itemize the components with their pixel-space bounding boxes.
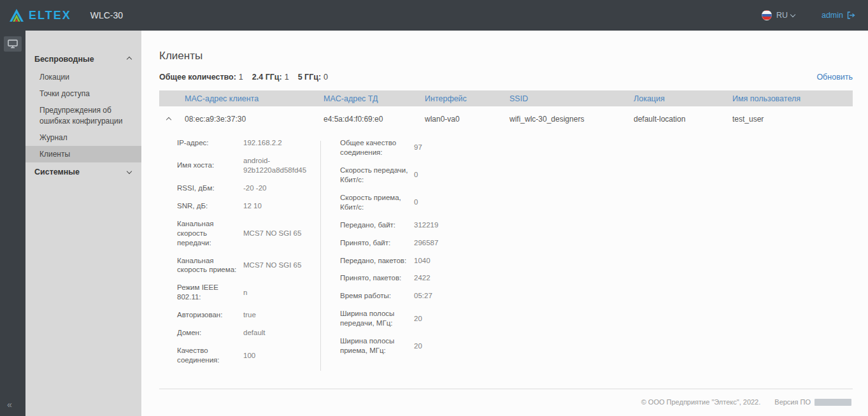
sidebar: Беспроводные Локации Точки доступа Преду… [25,31,141,416]
col-header-interface[interactable]: Интерфейс [425,94,509,103]
col-header-client-mac[interactable]: MAC-адрес клиента [185,94,324,103]
stat-24ghz: 2.4 ГГц:1 [252,73,289,82]
detail-domain: Домен: default [177,328,320,338]
language-selector[interactable]: RU [762,10,795,20]
table-row[interactable]: 08:ec:a9:3e:37:30 e4:5a:d4:f0:69:e0 wlan… [159,106,853,132]
detail-tx-bandwidth: Ширина полосы передачи, МГц: 20 [340,309,550,328]
client-details-right: Общее качество соединения: 97 Скорость п… [340,138,550,373]
version-value-redacted [815,399,851,406]
topbar-right: RU admin [762,10,855,20]
refresh-button[interactable]: Обновить [816,73,853,82]
russian-flag-icon [762,10,772,20]
detail-link-quality: Качество соединения: 100 [177,346,320,365]
table-header-row: MAC-адрес клиента MAC-адрес ТД Интерфейс… [159,90,853,106]
sidebar-group-items: Локации Точки доступа Предупреждения об … [25,69,141,162]
logout-control[interactable]: admin [822,11,855,20]
details-divider [320,141,321,371]
cell-ssid: wifi_wlc-30_designers [509,115,634,124]
eltex-logo-icon [9,9,24,22]
cell-username: test_user [732,115,853,124]
collapse-sidebar-button[interactable]: « [7,399,12,410]
brand-name: ELTEX [29,9,71,22]
detail-snr: SNR, дБ: 12 10 [177,201,320,211]
collapse-row-icon[interactable] [166,117,171,122]
col-header-ssid[interactable]: SSID [509,94,634,103]
sidebar-item-access-points[interactable]: Точки доступа [25,85,141,102]
clients-summary: Общее количество:1 2.4 ГГц:1 5 ГГц:0 Обн… [159,73,853,82]
sidebar-group-label: Беспроводные [34,55,94,64]
col-header-location[interactable]: Локация [634,94,732,103]
detail-tx-packets: Передано, пакетов: 1040 [340,256,550,266]
detail-tx-channel-rate: Канальная скорость передачи: MCS7 NO SGI… [177,219,320,248]
detail-overall-quality: Общее качество соединения: 97 [340,138,550,157]
sidebar-item-clients[interactable]: Клиенты [25,146,141,162]
username-label: admin [822,11,843,20]
client-details: IP-адрес: 192.168.2.2 Имя хоста: android… [159,132,853,389]
sidebar-item-journal[interactable]: Журнал [25,129,141,146]
detail-rx-speed: Скорость приема, Кбит/с: 0 [340,193,550,212]
detail-rx-bandwidth: Ширина полосы приема, МГц: 20 [340,336,550,355]
monitoring-rail-button[interactable] [4,36,22,52]
cell-client-mac: 08:ec:a9:3e:37:30 [185,115,324,124]
version-label: Версия ПО [774,398,811,406]
detail-rx-bytes: Принято, байт: 296587 [340,238,550,248]
detail-rx-packets: Принято, пакетов: 2422 [340,273,550,283]
product-name: WLC-30 [90,10,123,20]
detail-authorized: Авторизован: true [177,310,320,320]
icon-rail: « [0,31,25,416]
logout-icon [847,11,855,19]
sidebar-group-label: Системные [34,168,80,176]
detail-tx-bytes: Передано, байт: 312219 [340,220,550,230]
cell-location: default-location [634,115,732,124]
col-header-ap-mac[interactable]: MAC-адрес ТД [324,94,425,103]
topbar: ELTEX WLC-30 RU admin [0,0,868,31]
footer: © ООО Предприятие "Элтекс", 2022. Версия… [159,398,853,416]
detail-rx-channel-rate: Канальная скорость приема: MCS7 NO SGI 6… [177,256,320,275]
sidebar-group-wireless[interactable]: Беспроводные [25,50,141,69]
clients-table: MAC-адрес клиента MAC-адрес ТД Интерфейс… [159,90,853,389]
chevron-up-icon [127,57,132,62]
sidebar-group-system[interactable]: Системные [25,162,141,182]
cell-interface: wlan0-va0 [425,115,509,124]
main-content: Клиенты Общее количество:1 2.4 ГГц:1 5 Г… [141,31,868,416]
col-header-username[interactable]: Имя пользователя [732,94,853,103]
stat-5ghz: 5 ГГц:0 [298,73,328,82]
client-details-left: IP-адрес: 192.168.2.2 Имя хоста: android… [177,138,320,373]
cell-ap-mac: e4:5a:d4:f0:69:e0 [324,115,425,124]
detail-ieee-mode: Режим IEEE 802.11: n [177,283,320,302]
page-title: Клиенты [159,50,853,62]
monitor-icon [8,39,18,48]
detail-uptime: Время работы: 05:27 [340,291,550,301]
app-window: ELTEX WLC-30 RU admin [0,0,868,416]
copyright-text: © ООО Предприятие "Элтекс", 2022. [641,398,761,406]
detail-rssi: RSSI, дБм: -20 -20 [177,183,320,193]
language-label: RU [776,11,788,20]
sidebar-item-locations[interactable]: Локации [25,69,141,85]
detail-hostname: Имя хоста: android-92b1220a8d58fd45 [177,156,320,175]
detail-ip-address: IP-адрес: 192.168.2.2 [177,138,320,148]
chevron-down-icon [127,168,132,173]
stat-total: Общее количество:1 [159,73,243,82]
chevron-down-icon [790,11,795,17]
eltex-logo: ELTEX [9,9,71,22]
sidebar-item-config-warnings[interactable]: Предупреждения об ошибках конфигурации [25,102,141,129]
detail-tx-speed: Скорость передачи, Кбит/с: 0 [340,166,550,185]
